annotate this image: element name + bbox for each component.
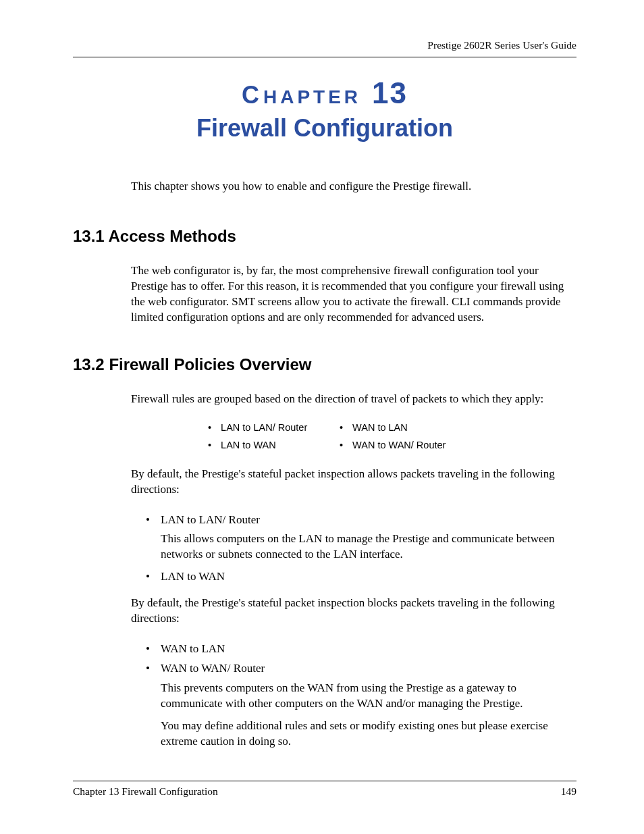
chapter-label-c: C bbox=[242, 81, 263, 109]
bullet-icon: • bbox=[340, 422, 343, 433]
block-item-2: WAN to WAN/ Router bbox=[161, 662, 265, 675]
section-2-paragraph-3: By default, the Prestige's stateful pack… bbox=[131, 596, 576, 627]
page-container: Prestige 2602R Series User's Guide CHAPT… bbox=[0, 0, 644, 750]
chapter-label-rest: HAPTER bbox=[263, 86, 361, 107]
list-item: LAN to LAN/ Router bbox=[146, 513, 576, 528]
footer-divider bbox=[73, 781, 576, 781]
list-item: WAN to WAN/ Router bbox=[146, 661, 576, 677]
block-item-2-description-2: You may define additional rules and sets… bbox=[161, 719, 576, 750]
intro-paragraph: This chapter shows you how to enable and… bbox=[131, 179, 576, 194]
bullet-icon: • bbox=[208, 422, 211, 433]
table-row: • LAN to LAN/ Router • WAN to LAN bbox=[208, 422, 576, 433]
section-2-paragraph-2: By default, the Prestige's stateful pack… bbox=[131, 467, 576, 498]
block-list: WAN to LAN WAN to WAN/ Router bbox=[146, 642, 576, 677]
block-item-2-description-1: This prevents computers on the WAN from … bbox=[161, 681, 576, 712]
table-row: • LAN to WAN • WAN to WAN/ Router bbox=[208, 440, 576, 450]
list-item: WAN to LAN bbox=[146, 642, 576, 657]
policy-lan-wan: LAN to WAN bbox=[221, 440, 276, 450]
bullet-icon: • bbox=[340, 440, 343, 450]
policy-lan-lan: LAN to LAN/ Router bbox=[221, 422, 307, 433]
table-cell: • WAN to WAN/ Router bbox=[340, 440, 475, 450]
policy-directions-table: • LAN to LAN/ Router • WAN to LAN • LAN … bbox=[208, 422, 576, 450]
header-divider bbox=[73, 57, 576, 57]
section-1-paragraph: The web configurator is, by far, the mos… bbox=[131, 263, 576, 325]
bullet-icon: • bbox=[208, 440, 211, 450]
allow-list: LAN to LAN/ Router bbox=[146, 513, 576, 528]
table-cell: • WAN to LAN bbox=[340, 422, 475, 433]
table-cell: • LAN to LAN/ Router bbox=[208, 422, 340, 433]
footer-page-number: 149 bbox=[561, 785, 576, 798]
block-item-1: WAN to LAN bbox=[161, 642, 225, 655]
policy-wan-lan: WAN to LAN bbox=[352, 422, 408, 433]
allow-item-1: LAN to LAN/ Router bbox=[161, 513, 260, 526]
chapter-number-value: 13 bbox=[372, 76, 408, 109]
policy-wan-wan: WAN to WAN/ Router bbox=[352, 440, 446, 450]
allow-item-2: LAN to WAN bbox=[161, 570, 225, 583]
section-heading-firewall-policies: 13.2 Firewall Policies Overview bbox=[73, 355, 576, 374]
list-item: LAN to WAN bbox=[146, 569, 576, 585]
chapter-label: CHAPTER 13 bbox=[73, 76, 576, 110]
footer-chapter-label: Chapter 13 Firewall Configuration bbox=[73, 785, 218, 798]
allow-list-continued: LAN to WAN bbox=[146, 569, 576, 585]
chapter-title: Firewall Configuration bbox=[73, 114, 576, 142]
page-footer: Chapter 13 Firewall Configuration 149 bbox=[73, 781, 576, 798]
header-guide-title: Prestige 2602R Series User's Guide bbox=[73, 39, 576, 51]
table-cell: • LAN to WAN bbox=[208, 440, 340, 450]
section-2-paragraph-1: Firewall rules are grouped based on the … bbox=[131, 392, 576, 407]
section-heading-access-methods: 13.1 Access Methods bbox=[73, 227, 576, 246]
allow-item-1-description: This allows computers on the LAN to mana… bbox=[161, 531, 576, 563]
footer-row: Chapter 13 Firewall Configuration 149 bbox=[73, 785, 576, 798]
